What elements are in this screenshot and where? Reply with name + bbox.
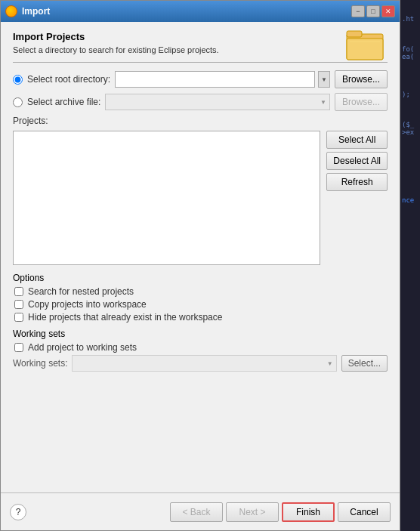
hide-projects-label: Hide projects that already exist in the … xyxy=(28,312,222,323)
minimize-button[interactable]: − xyxy=(351,5,365,17)
folder-image xyxy=(345,25,384,63)
browse-root-button[interactable]: Browse... xyxy=(335,70,388,88)
maximize-button[interactable]: □ xyxy=(366,5,380,17)
window-title: Import xyxy=(22,6,50,17)
root-directory-label: Select root directory: xyxy=(27,74,110,85)
title-bar: Import − □ ✕ xyxy=(1,1,400,22)
root-directory-row: Select root directory: ▼ Browse... xyxy=(13,70,388,88)
deselect-all-button[interactable]: Deselect All xyxy=(326,152,388,170)
cancel-button[interactable]: Cancel xyxy=(338,502,391,522)
working-sets-combo: ▼ xyxy=(72,355,336,372)
title-buttons: − □ ✕ xyxy=(351,5,395,17)
nav-buttons: < Back Next > Finish Cancel xyxy=(170,502,391,522)
projects-buttons: Select All Deselect All Refresh xyxy=(326,131,388,265)
next-button[interactable]: Next > xyxy=(226,502,279,522)
projects-list[interactable] xyxy=(13,131,320,265)
options-section: Options Search for nested projects Copy … xyxy=(13,273,388,323)
archive-file-label: Select archive file: xyxy=(27,97,100,107)
page-subtitle: Select a directory to search for existin… xyxy=(13,45,388,54)
browse-archive-button: Browse... xyxy=(335,93,388,111)
working-sets-section: Working sets Add project to working sets… xyxy=(13,329,388,372)
page-title: Import Projects xyxy=(13,31,388,42)
refresh-button[interactable]: Refresh xyxy=(326,173,388,191)
header-divider xyxy=(13,62,388,63)
root-directory-input[interactable] xyxy=(115,71,315,88)
bottom-bar: ? < Back Next > Finish Cancel xyxy=(1,492,400,530)
working-sets-row: Working sets: ▼ Select... xyxy=(13,355,388,372)
select-all-button[interactable]: Select All xyxy=(326,131,388,149)
help-button[interactable]: ? xyxy=(10,504,26,520)
close-button[interactable]: ✕ xyxy=(381,5,395,17)
projects-area: Select All Deselect All Refresh xyxy=(13,131,388,265)
add-working-sets-checkbox[interactable] xyxy=(14,343,23,352)
options-title: Options xyxy=(13,273,388,283)
add-working-sets-label: Add project to working sets xyxy=(28,342,137,353)
code-snippet: .ht fo( ea( ); ($_ >ex nce xyxy=(400,0,420,531)
archive-file-row: Select archive file: ▼ Browse... xyxy=(13,93,388,111)
nested-projects-label: Search for nested projects xyxy=(28,286,134,297)
root-directory-dropdown[interactable]: ▼ xyxy=(318,71,330,88)
dialog-content: Import Projects Select a directory to se… xyxy=(1,22,400,387)
working-sets-select-button[interactable]: Select... xyxy=(341,355,388,372)
archive-file-combo: ▼ xyxy=(105,94,330,110)
nested-projects-row: Search for nested projects xyxy=(13,286,388,297)
finish-button[interactable]: Finish xyxy=(282,502,335,522)
working-sets-title: Working sets xyxy=(13,329,388,339)
copy-projects-checkbox[interactable] xyxy=(14,300,23,309)
working-sets-label: Working sets: xyxy=(13,358,67,369)
hide-projects-row: Hide projects that already exist in the … xyxy=(13,312,388,323)
title-bar-left: Import xyxy=(5,5,50,17)
svg-rect-1 xyxy=(347,31,362,37)
projects-label: Projects: xyxy=(13,116,388,126)
dialog-window: Import − □ ✕ Import Projects Select a di… xyxy=(0,0,400,531)
back-button[interactable]: < Back xyxy=(170,502,223,522)
copy-projects-row: Copy projects into workspace xyxy=(13,299,388,310)
hide-projects-checkbox[interactable] xyxy=(14,313,23,322)
archive-file-radio[interactable] xyxy=(13,97,23,107)
add-working-sets-row: Add project to working sets xyxy=(13,342,388,353)
working-sets-arrow: ▼ xyxy=(327,360,333,367)
copy-projects-label: Copy projects into workspace xyxy=(28,299,147,310)
app-icon xyxy=(5,5,17,17)
root-directory-radio[interactable] xyxy=(13,75,23,85)
nested-projects-checkbox[interactable] xyxy=(14,287,23,296)
